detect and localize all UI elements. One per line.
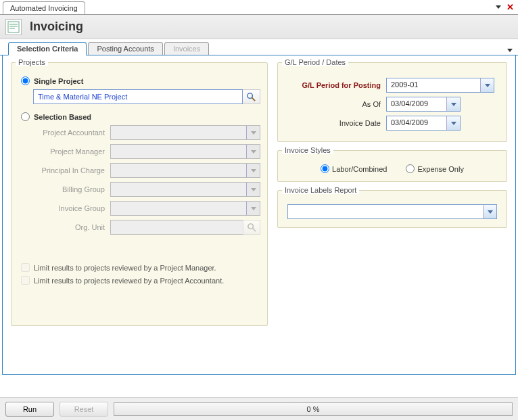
invoice-styles-fieldset: Invoice Styles Labor/Combined Expense On… — [277, 150, 507, 182]
invoice-date-combo[interactable]: 03/04/2009 — [386, 116, 461, 131]
invoice-styles-legend: Invoice Styles — [282, 146, 333, 154]
single-project-input[interactable] — [33, 89, 243, 104]
selection-based-radio[interactable] — [21, 112, 30, 121]
svg-point-6 — [248, 223, 253, 229]
run-button[interactable]: Run — [5, 402, 54, 417]
tab-label: Invoices — [173, 45, 200, 53]
svg-point-4 — [248, 93, 253, 98]
labor-combined-radio[interactable] — [321, 164, 329, 173]
tab-overflow-icon[interactable] — [507, 49, 513, 55]
reset-button: Reset — [60, 402, 108, 417]
gl-period-legend: G/L Period / Dates — [282, 58, 348, 66]
limit-pa-label: Limit results to projects reviewed by a … — [34, 277, 224, 285]
org-unit-input — [110, 220, 243, 235]
invoice-date-value: 03/04/2009 — [387, 116, 446, 130]
invoice-group-label: Invoice Group — [22, 204, 110, 212]
svg-rect-0 — [8, 22, 19, 32]
window-tab-automated-invoicing[interactable]: Automated Invoicing — [3, 1, 85, 14]
tab-bar: Selection Criteria Posting Accounts Invo… — [0, 39, 518, 55]
chevron-down-icon — [251, 207, 256, 210]
as-of-date-combo[interactable]: 03/04/2009 — [386, 97, 461, 112]
gl-period-fieldset: G/L Period / Dates G/L Period for Postin… — [277, 62, 507, 142]
project-manager-combo — [110, 144, 260, 159]
limit-pa-checkbox — [21, 276, 30, 285]
single-project-radio[interactable] — [21, 76, 30, 85]
close-icon[interactable]: ✕ — [507, 2, 514, 12]
gl-period-combo[interactable]: 2009-01 — [386, 78, 494, 93]
chevron-down-icon — [251, 131, 256, 135]
header-bar: Invoicing — [0, 15, 518, 39]
as-of-label: As Of — [285, 100, 386, 108]
svg-line-7 — [252, 228, 256, 231]
gl-period-value: 2009-01 — [387, 78, 480, 92]
page-title: Invoicing — [30, 20, 83, 34]
invoicing-icon — [5, 19, 22, 35]
org-unit-label: Org. Unit — [22, 223, 110, 231]
invoice-group-combo — [110, 201, 260, 216]
tab-posting-accounts[interactable]: Posting Accounts — [88, 42, 162, 55]
project-manager-label: Project Manager — [22, 147, 110, 156]
progress-label: 0 % — [307, 405, 320, 413]
chevron-down-icon — [251, 169, 256, 172]
principal-in-charge-combo — [110, 163, 260, 178]
project-accountant-label: Project Accountant — [22, 129, 110, 137]
window-tab-bar: Automated Invoicing ✕ — [0, 0, 518, 15]
tab-label: Selection Criteria — [17, 45, 78, 53]
chevron-down-icon — [251, 150, 256, 154]
single-project-lookup-button[interactable] — [243, 89, 260, 104]
progress-bar: 0 % — [114, 402, 513, 416]
single-project-label: Single Project — [34, 77, 83, 85]
chevron-down-icon — [451, 122, 456, 125]
principal-in-charge-label: Principal In Charge — [22, 166, 110, 174]
expense-only-label: Expense Only — [417, 165, 463, 173]
projects-fieldset: Projects Single Project Selection Based — [11, 62, 268, 326]
gl-period-label: G/L Period for Posting — [285, 81, 386, 89]
expense-only-radio[interactable] — [406, 164, 415, 173]
window-tab-label: Automated Invoicing — [10, 4, 78, 12]
invoice-date-label: Invoice Date — [285, 119, 386, 127]
as-of-value: 03/04/2009 — [387, 97, 446, 111]
project-accountant-combo — [110, 125, 260, 140]
billing-group-label: Billing Group — [22, 185, 110, 193]
tab-selection-criteria[interactable]: Selection Criteria — [8, 42, 87, 55]
chevron-down-icon — [451, 103, 456, 106]
invoice-labels-report-fieldset: Invoice Labels Report — [277, 190, 507, 228]
selection-based-label: Selection Based — [34, 113, 91, 121]
invoice-labels-report-value — [288, 205, 483, 218]
tab-label: Posting Accounts — [97, 45, 154, 53]
svg-line-5 — [252, 97, 255, 101]
labor-combined-label: Labor/Combined — [332, 165, 387, 173]
chevron-down-icon — [251, 188, 256, 191]
search-icon — [246, 92, 256, 102]
limit-pm-label: Limit results to projects reviewed by a … — [34, 264, 216, 272]
limit-pm-checkbox — [21, 263, 30, 272]
window-menu-dropdown-icon[interactable] — [496, 5, 501, 9]
footer-bar: Run Reset 0 % — [0, 397, 518, 420]
chevron-down-icon — [485, 84, 490, 87]
invoice-labels-report-legend: Invoice Labels Report — [282, 186, 359, 194]
search-icon — [247, 223, 257, 233]
invoice-labels-report-combo[interactable] — [287, 204, 497, 219]
billing-group-combo — [110, 182, 260, 197]
tab-invoices: Invoices — [164, 42, 209, 55]
org-unit-lookup-button — [243, 220, 260, 235]
projects-legend: Projects — [16, 58, 48, 66]
chevron-down-icon — [488, 210, 493, 214]
content-area: Projects Single Project Selection Based — [2, 55, 516, 375]
